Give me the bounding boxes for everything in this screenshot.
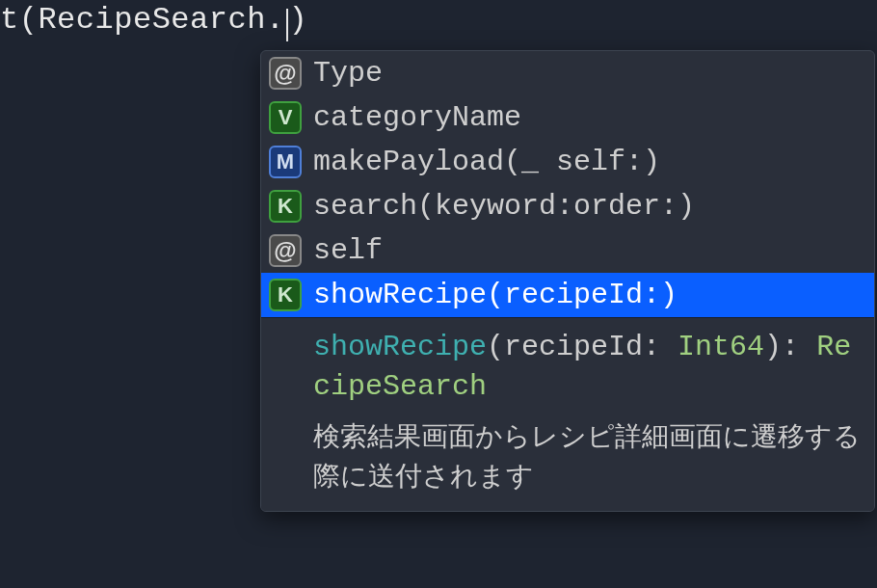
- signature-colon: :: [643, 331, 678, 363]
- completion-signature: showRecipe(recipeId: Int64): RecipeSearc…: [313, 328, 861, 406]
- completion-kind-badge: K: [269, 279, 302, 311]
- completion-kind-badge: @: [269, 234, 302, 267]
- completion-kind-badge: V: [269, 101, 302, 134]
- completion-doc: 検索結果画面からレシピ詳細画面に遷移する際に送付されます: [313, 417, 861, 495]
- completion-item[interactable]: @Type: [261, 51, 874, 95]
- completion-item[interactable]: MmakePayload(_ self:): [261, 140, 874, 184]
- signature-paren-open: (: [487, 331, 504, 363]
- code-before-caret: t(RecipeSearch.: [0, 2, 285, 38]
- signature-function-name: showRecipe: [313, 331, 487, 363]
- completion-label: categoryName: [313, 101, 521, 134]
- signature-paren-close: ):: [764, 331, 816, 363]
- completion-kind-badge: @: [269, 57, 302, 90]
- code-after-caret: ): [289, 2, 308, 38]
- completion-kind-badge: K: [269, 190, 302, 223]
- completion-item[interactable]: @self: [261, 228, 874, 273]
- editor-line[interactable]: t(RecipeSearch.): [0, 0, 877, 38]
- completion-kind-badge: M: [269, 146, 302, 178]
- completion-detail-panel: showRecipe(recipeId: Int64): RecipeSearc…: [261, 317, 874, 511]
- completion-label: showRecipe(recipeId:): [313, 279, 678, 311]
- completion-popup[interactable]: @TypeVcategoryNameMmakePayload(_ self:)K…: [260, 50, 875, 512]
- completion-item[interactable]: KshowRecipe(recipeId:): [261, 273, 874, 317]
- text-caret: [286, 9, 288, 41]
- completion-label: self: [313, 234, 383, 267]
- completion-item[interactable]: Ksearch(keyword:order:): [261, 184, 874, 228]
- completion-label: makePayload(_ self:): [313, 146, 660, 178]
- completion-list[interactable]: @TypeVcategoryNameMmakePayload(_ self:)K…: [261, 51, 874, 317]
- completion-item[interactable]: VcategoryName: [261, 95, 874, 140]
- completion-label: Type: [313, 57, 383, 90]
- completion-label: search(keyword:order:): [313, 190, 695, 223]
- signature-param-type: Int64: [678, 331, 764, 363]
- signature-param-name: recipeId: [504, 331, 643, 363]
